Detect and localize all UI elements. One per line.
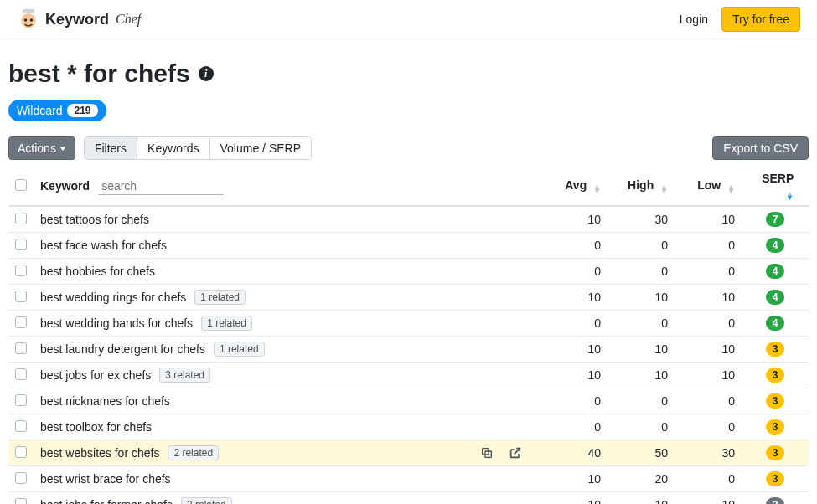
toolbar: Actions Filters Keywords Volume / SERP E… [8,136,809,160]
tab-filters[interactable]: Filters [85,137,137,159]
high-header[interactable]: High ▲▼ [608,167,675,206]
high-value: 10 [608,337,675,363]
row-checkbox[interactable] [15,446,27,458]
wildcard-pill[interactable]: Wildcard 219 [8,100,106,121]
high-value: 0 [608,388,675,414]
row-checkbox[interactable] [15,368,27,380]
serp-badge[interactable]: 4 [766,238,784,253]
keyword-table: Keyword Avg ▲▼ High ▲▼ Low ▲▼ [8,167,809,504]
related-badge[interactable]: 2 related [168,445,219,460]
actions-label: Actions [18,141,56,155]
keyword-text: best toolbox for chefs [40,420,152,434]
low-value: 0 [675,233,742,259]
keyword-text: best wrist brace for chefs [40,472,171,486]
avg-value: 0 [540,233,608,259]
table-row[interactable]: best hobbies for chefs0004 [8,259,809,285]
brand-name-main: Keyword [45,11,109,28]
low-value: 0 [675,311,742,337]
serp-badge[interactable]: 3 [766,471,784,486]
tab-group: Filters Keywords Volume / SERP [84,136,312,160]
keyword-text: best wedding bands for chefs [40,316,193,330]
serp-badge[interactable]: 3 [766,393,784,409]
avg-value: 10 [540,285,608,311]
table-row[interactable]: best toolbox for chefs0003 [8,414,809,440]
tab-volume-serp[interactable]: Volume / SERP [210,137,312,159]
row-checkbox[interactable] [15,498,27,505]
avg-value: 40 [540,440,608,466]
serp-badge[interactable]: 3 [766,445,784,460]
title-row: best * for chefs i [8,59,809,88]
related-badge[interactable]: 1 related [214,342,265,357]
table-row[interactable]: best nicknames for chefs0003 [8,388,809,414]
avg-value: 10 [540,337,608,363]
serp-badge[interactable]: 4 [766,290,784,305]
try-free-button[interactable]: Try for free [721,7,800,32]
row-checkbox[interactable] [15,291,27,302]
low-value: 10 [675,492,742,505]
external-link-icon[interactable] [509,446,522,460]
low-value: 0 [675,259,742,285]
serp-badge[interactable]: 3 [766,419,784,435]
serp-badge[interactable]: 2 [766,497,784,504]
table-row[interactable]: best face wash for chefs0004 [8,233,809,259]
avg-value: 10 [540,466,608,492]
chef-logo-icon [17,8,40,31]
sort-icon: ▲▼ [786,192,794,200]
serp-badge[interactable]: 3 [766,368,784,383]
actions-dropdown-button[interactable]: Actions [8,136,75,160]
table-row[interactable]: best wedding bands for chefs1 related000… [8,311,809,337]
avg-value: 0 [540,311,608,337]
keyword-text: best hobbies for chefs [40,265,155,278]
row-checkbox[interactable] [15,342,27,354]
serp-badge[interactable]: 4 [766,264,784,279]
table-row[interactable]: best wedding rings for chefs1 related101… [8,285,809,311]
related-badge[interactable]: 1 related [194,290,246,305]
related-badge[interactable]: 3 related [181,497,232,504]
high-value: 30 [608,206,675,233]
keyword-text: best wedding rings for chefs [40,291,186,304]
high-value: 10 [608,363,675,388]
table-row[interactable]: best websites for chefs2 related4050303 [8,440,809,466]
row-checkbox[interactable] [15,316,27,328]
serp-badge[interactable]: 3 [766,342,784,357]
table-row[interactable]: best wrist brace for chefs102003 [8,466,809,492]
wildcard-count: 219 [67,104,97,117]
related-badge[interactable]: 1 related [201,316,252,331]
brand-name-sub: Chef [116,12,141,27]
serp-badge[interactable]: 7 [766,212,784,227]
high-value: 0 [608,259,675,285]
keyword-header[interactable]: Keyword [34,167,473,206]
table-row[interactable]: best tattoos for chefs1030107 [8,206,809,233]
export-csv-button[interactable]: Export to CSV [712,136,809,160]
table-row[interactable]: best laundry detergent for chefs1 relate… [8,337,809,363]
related-badge[interactable]: 3 related [159,368,210,383]
high-value: 10 [608,492,675,505]
high-value: 0 [608,311,675,337]
table-row[interactable]: best jobs for former chefs3 related10101… [8,492,809,505]
low-header[interactable]: Low ▲▼ [675,167,742,206]
avg-value: 0 [540,388,608,414]
table-row[interactable]: best jobs for ex chefs3 related1010103 [8,363,809,388]
keyword-text: best websites for chefs [40,446,159,460]
serp-badge[interactable]: 4 [766,316,784,331]
tab-keywords[interactable]: Keywords [137,137,209,159]
serp-header[interactable]: SERP ▲▼ [742,167,809,206]
row-checkbox[interactable] [15,472,27,484]
sort-icon: ▲▼ [593,185,601,193]
table-header-row: Keyword Avg ▲▼ High ▲▼ Low ▲▼ [8,167,809,206]
row-checkbox[interactable] [15,239,27,250]
avg-header[interactable]: Avg ▲▼ [540,167,608,206]
login-link[interactable]: Login [680,13,708,26]
keyword-search-input[interactable] [98,177,224,195]
brand-logo[interactable]: Keyword Chef [17,8,141,31]
wildcard-label: Wildcard [17,104,62,117]
row-checkbox[interactable] [15,420,27,432]
row-checkbox[interactable] [15,265,27,276]
copy-icon[interactable] [480,446,494,460]
svg-point-2 [24,18,28,22]
info-icon[interactable]: i [199,66,214,81]
select-all-checkbox[interactable] [15,179,27,191]
high-value: 20 [608,466,675,492]
row-checkbox[interactable] [15,213,27,224]
row-checkbox[interactable] [15,394,27,406]
